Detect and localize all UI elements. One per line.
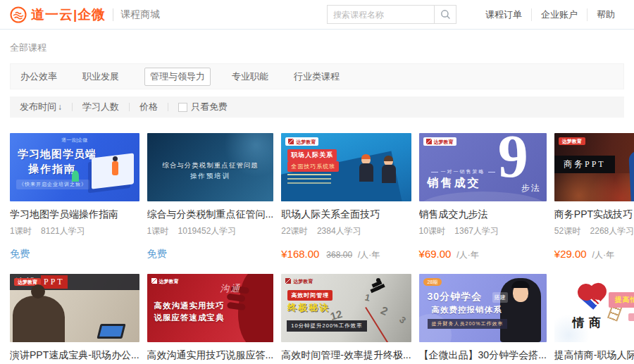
course-card[interactable]: 达梦教育 商务PPT 商务PPT实战技巧 52课时 2268人学习 ¥29.00… [554, 133, 634, 261]
decorative-text-lines [287, 174, 331, 175]
link-enterprise-account[interactable]: 企业账户 [531, 8, 587, 21]
sort-publish-time-label: 发布时间 [20, 101, 56, 113]
free-only-filter[interactable]: 只看免费 [178, 101, 228, 113]
publisher-logo-icon [288, 139, 294, 144]
publisher-logo: 达梦教育 [423, 137, 456, 146]
tab-career-development[interactable]: 职业发展 [82, 70, 119, 83]
sort-desc-arrow-icon: ↓ [58, 102, 62, 112]
thumb-brand-text: 道一云|企微 [10, 137, 139, 144]
search-input[interactable] [327, 5, 434, 24]
thumb-big-number: 9 [498, 133, 528, 187]
tab-professional-function[interactable]: 专业职能 [232, 70, 268, 83]
divider [129, 103, 130, 111]
thumb-chip-text: 提高情商(EQ) [609, 292, 634, 308]
course-card[interactable]: 达梦教育 沟通 高效沟通实用技巧 说服应答速成宝典 高效沟通实用技巧说服应答..… [147, 274, 274, 364]
thumb-title-line2: 操作预培训 [147, 172, 274, 181]
lesson-count: 22课时 [281, 226, 307, 236]
course-title: 商务PPT实战技巧 [554, 208, 634, 221]
price-unit: /人·年 [456, 250, 478, 260]
course-card[interactable]: 达梦教育 演讲 PPT 演讲PPT速成宝典-职场办公... 22课时 3528人… [10, 274, 139, 364]
thumb-title-line2: 说服应答速成宝典 [154, 313, 225, 323]
session-badge: 28期 [423, 278, 442, 286]
presenter-face-illustration [513, 284, 528, 302]
speaker-suit-illustration [628, 149, 634, 201]
thumb-title-line1: 30分钟学会 [428, 291, 483, 303]
course-title: 提高情商-职场人际沟通秘籍 [554, 349, 634, 362]
course-card[interactable]: 达梦教育 高效时间管理 终极秘诀 12 1 2 3 10分钟提升200%工作效率… [281, 274, 411, 364]
tab-office-efficiency[interactable]: 办公效率 [20, 70, 57, 83]
tab-industry-courses[interactable]: 行业类课程 [294, 70, 340, 83]
clock-number: 1 [364, 291, 371, 303]
publisher-logo: 达梦教育 [151, 278, 179, 284]
price-unit: /人·年 [592, 250, 614, 260]
presenter-silhouette [13, 296, 65, 342]
course-meta: 10课时 1367人学习 [419, 225, 547, 237]
person-illustration [112, 161, 118, 175]
brand-logo-icon [10, 6, 27, 23]
thumb-title-line2: 操作指南 [28, 163, 76, 176]
search-icon [440, 9, 451, 20]
plant-illustration [72, 170, 79, 182]
link-course-orders[interactable]: 课程订单 [476, 8, 531, 21]
top-header: 道一云|企微 课程商城 课程订单 企业账户 帮助 [0, 0, 634, 30]
course-meta: 52课时 2268人学习 [554, 225, 634, 237]
course-title: 演讲PPT速成宝典-职场办公... [10, 349, 139, 362]
thumb-title-text: 情商 [573, 315, 605, 331]
sort-publish-time[interactable]: 发布时间 ↓ [20, 101, 62, 113]
course-title: 高效时间管理-效率提升终极... [281, 349, 411, 362]
page-title: 课程商城 [113, 8, 160, 21]
course-meta: 22课时 2384人学习 [281, 225, 411, 237]
course-card[interactable]: 道一云|企微 学习地图学员端 操作指南 《快来开启企业培训之旅》 学习地图学员端… [10, 133, 139, 261]
course-card[interactable]: 综合与分类税制重点征管问题 操作预培训 综合与分类税制重点征管问... 1课时 … [147, 133, 274, 261]
course-thumbnail: 情商 提高情商(EQ) [554, 274, 634, 342]
course-thumbnail: 达梦教育 高效时间管理 终极秘诀 12 1 2 3 10分钟提升200%工作效率 [281, 274, 411, 342]
course-thumbnail: 达梦教育 商务PPT [554, 133, 634, 201]
thumb-banner-text: 提升财务人员200%工作效率 [428, 319, 508, 329]
free-price-label: 免费 [10, 248, 30, 259]
course-title: 高效沟通实用技巧说服应答... [147, 349, 274, 362]
course-card[interactable]: 28期 30分钟学会 搭建 高效费控报销体系 提升财务人员200%工作效率 【企… [419, 274, 547, 364]
thumb-script-text: 沟通 [220, 282, 241, 295]
divider [72, 103, 73, 111]
publisher-logo: 达梦教育 [285, 137, 318, 146]
thumb-tagline: 一对一销售策略 [428, 168, 498, 175]
course-grid: 道一云|企微 学习地图学员端 操作指南 《快来开启企业培训之旅》 学习地图学员端… [10, 133, 624, 364]
sort-learner-count[interactable]: 学习人数 [82, 101, 119, 113]
thumb-title-line1: 职场人际关系 [287, 149, 337, 161]
thumb-banner-text: 10分钟提升200%工作效率 [287, 320, 367, 332]
publisher-logo: 达梦教育 [559, 137, 585, 145]
free-price-label: 免费 [147, 248, 167, 259]
lesson-count: 52课时 [554, 226, 580, 236]
tab-management-leadership[interactable]: 管理与领导力 [144, 68, 211, 86]
course-card[interactable]: 达梦教育 9 一对一销售策略 销售成交 步法 销售成交九步法 10课时 1367… [419, 133, 547, 261]
original-price: 368.00 [326, 250, 352, 260]
thumb-title-line1: 终极秘诀 [287, 301, 330, 314]
course-meta: 1课时 1019452人学习 [147, 225, 274, 237]
course-thumbnail: 达梦教育 职场人际关系 全面技巧系统班 [281, 133, 411, 201]
brand-logo[interactable]: 道一云|企微 [10, 6, 106, 24]
category-tabs: 办公效率 职业发展 管理与领导力 专业职能 行业类课程 [10, 63, 624, 89]
sort-price[interactable]: 价格 [139, 101, 158, 113]
course-thumbnail: 达梦教育 演讲 PPT [10, 274, 139, 342]
current-price: ¥69.00 [419, 248, 452, 260]
course-thumbnail: 达梦教育 9 一对一销售策略 销售成交 步法 [419, 133, 547, 201]
lesson-count: 1课时 [147, 226, 169, 236]
thumb-title-line2: 步法 [521, 182, 541, 194]
course-card[interactable]: 情商 提高情商(EQ) 提高情商-职场人际沟通秘籍 30课时 4322人学习 [554, 274, 634, 364]
link-help[interactable]: 帮助 [587, 8, 624, 21]
learner-count: 8121人学习 [41, 226, 85, 236]
free-only-checkbox[interactable] [178, 103, 187, 112]
course-card[interactable]: 达梦教育 职场人际关系 全面技巧系统班 职场人际关系全面技巧 22课时 2384… [281, 133, 411, 261]
course-title: 职场人际关系全面技巧 [281, 208, 411, 221]
laptop-illustration [97, 324, 125, 339]
learner-count: 1019452人学习 [178, 226, 237, 236]
thumb-title-line1: 综合与分类税制重点征管问题 [147, 161, 274, 170]
publisher-logo: 达梦教育 [285, 278, 313, 284]
header-links: 课程订单 企业账户 帮助 [476, 8, 624, 21]
learner-count: 2384人学习 [317, 226, 361, 236]
current-price: ¥168.00 [281, 248, 319, 260]
heart-illustration [574, 281, 609, 313]
course-title: 销售成交九步法 [419, 208, 547, 221]
thumb-title-suffix: 搭建 [492, 292, 508, 303]
search-button[interactable] [434, 5, 456, 24]
